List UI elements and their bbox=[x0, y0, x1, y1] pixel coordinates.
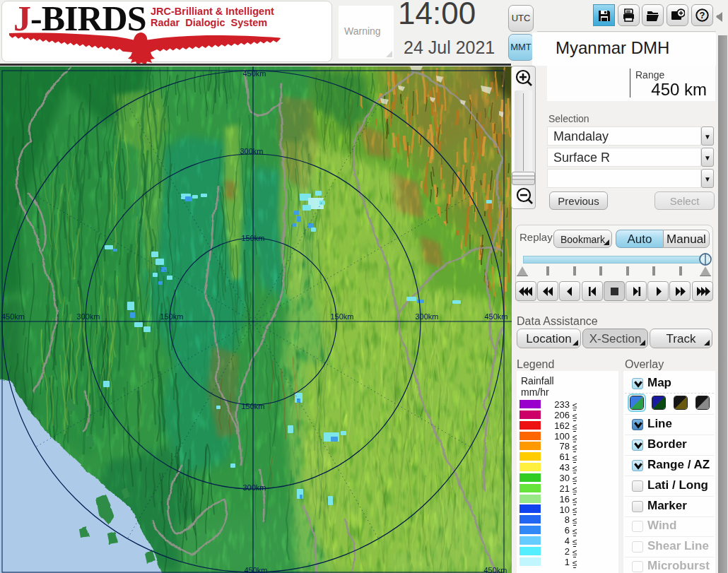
svg-text:300km: 300km bbox=[76, 312, 100, 321]
svg-text:450km: 450km bbox=[1, 312, 25, 321]
svg-text:150km: 150km bbox=[241, 402, 264, 410]
svg-text:300km: 300km bbox=[242, 483, 266, 492]
svg-text:150km: 150km bbox=[330, 312, 353, 321]
svg-text:450km: 450km bbox=[483, 566, 507, 573]
svg-text:150km: 150km bbox=[241, 234, 264, 242]
svg-text:?: ? bbox=[700, 10, 705, 20]
svg-text:450km: 450km bbox=[242, 69, 266, 78]
svg-text:450km: 450km bbox=[484, 312, 507, 321]
svg-text:300km: 300km bbox=[415, 312, 438, 321]
svg-text:300km: 300km bbox=[240, 147, 263, 155]
svg-text:450km: 450km bbox=[244, 566, 267, 573]
svg-text:150km: 150km bbox=[160, 312, 183, 321]
